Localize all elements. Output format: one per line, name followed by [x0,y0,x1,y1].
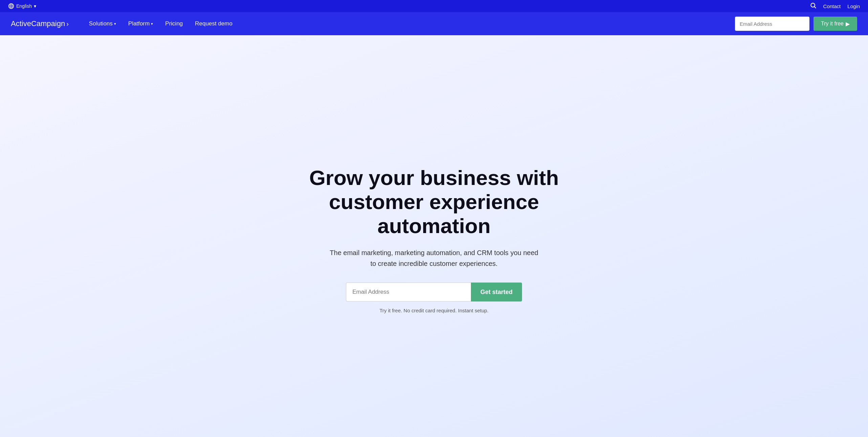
pricing-label: Pricing [165,20,183,27]
pricing-nav-link[interactable]: Pricing [165,20,183,27]
top-bar-right: Contact Login [810,2,860,10]
language-selector[interactable]: English ▾ [8,3,36,9]
top-bar: English ▾ Contact Login [0,0,868,12]
globe-icon [8,3,14,9]
request-demo-label: Request demo [195,20,233,27]
svg-point-5 [811,3,815,7]
solutions-chevron-icon: ▾ [114,22,116,26]
solutions-nav-link[interactable]: Solutions ▾ [89,20,116,27]
try-it-free-arrow-icon: ▶ [846,21,850,27]
platform-chevron-icon: ▾ [151,22,153,26]
language-chevron-icon: ▾ [34,3,36,9]
logo-arrow-icon: › [66,20,69,28]
solutions-label: Solutions [89,20,113,27]
language-label: English [16,3,32,9]
platform-nav-link[interactable]: Platform ▾ [128,20,153,27]
hero-subtitle: The email marketing, marketing automatio… [329,247,539,269]
logo-text: ActiveCampaign [11,19,65,28]
hero-form: Get started [346,283,522,301]
logo[interactable]: ActiveCampaign › [11,19,69,28]
main-nav: ActiveCampaign › Solutions ▾ Platform ▾ … [0,12,868,35]
get-started-button[interactable]: Get started [471,283,522,301]
svg-line-6 [814,7,816,8]
try-it-free-button[interactable]: Try it free ▶ [813,17,857,31]
hero-fine-print: Try it free. No credit card required. In… [379,308,489,313]
hero-email-input[interactable] [346,283,471,301]
hero-title: Grow your business with customer experie… [282,166,586,238]
hero-section: Grow your business with customer experie… [0,35,868,437]
nav-email-input[interactable] [735,17,809,31]
try-it-free-label: Try it free [821,21,844,27]
contact-link[interactable]: Contact [823,3,841,9]
nav-right: Try it free ▶ [735,17,857,31]
request-demo-nav-link[interactable]: Request demo [195,20,233,27]
platform-label: Platform [128,20,150,27]
login-link[interactable]: Login [847,3,860,9]
nav-links: Solutions ▾ Platform ▾ Pricing Request d… [89,20,721,27]
search-icon[interactable] [810,2,817,10]
